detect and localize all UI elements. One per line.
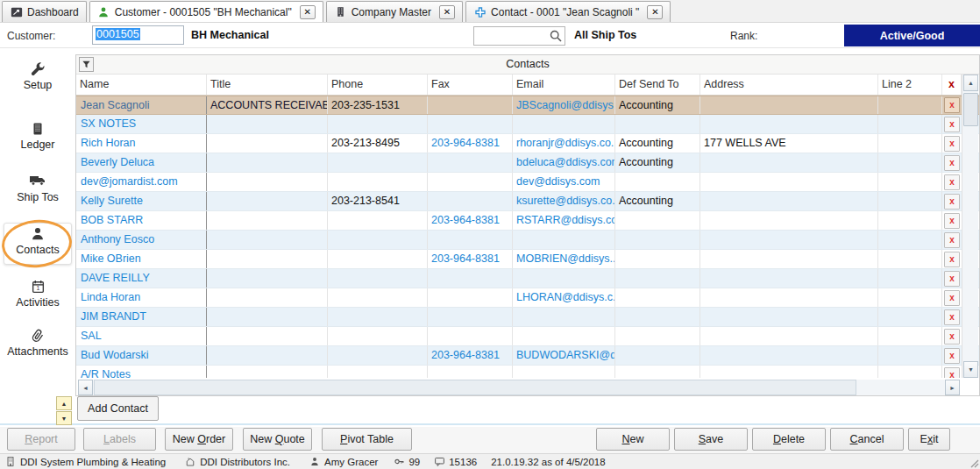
cell-title[interactable] [207, 269, 328, 288]
cell-line2[interactable] [878, 192, 942, 210]
cell-phone[interactable] [328, 288, 428, 307]
table-row[interactable]: Linda HoranLHORAN@ddisys.c...x [76, 288, 979, 308]
delete-row-button[interactable]: x [944, 155, 960, 171]
cell-name[interactable]: Anthony Eosco [76, 231, 207, 249]
table-row[interactable]: Anthony Eoscox [76, 231, 979, 250]
cell-phone[interactable] [328, 346, 428, 365]
cell-def_send_to[interactable] [615, 346, 700, 365]
cell-def_send_to[interactable]: Accounting [615, 153, 700, 172]
cell-fax[interactable]: 203-964-8381 [428, 211, 513, 230]
cell-address[interactable] [700, 211, 878, 230]
cell-line2[interactable] [878, 96, 942, 114]
cell-address[interactable] [700, 269, 878, 288]
cell-email[interactable]: JBScagnoli@ddisys.... [513, 96, 615, 114]
cell-name[interactable]: Beverly Deluca [76, 153, 207, 172]
cell-title[interactable] [207, 231, 328, 249]
cell-address[interactable]: 177 WELLS AVE [700, 134, 878, 153]
close-icon[interactable]: ✕ [647, 5, 663, 19]
column-header-fax[interactable]: Fax [428, 75, 513, 95]
cell-email[interactable]: MOBRIEN@ddisys.... [513, 250, 615, 268]
report-button[interactable]: Report [7, 428, 75, 451]
delete-row-button[interactable]: x [944, 309, 960, 325]
cell-name[interactable]: SX NOTES [76, 115, 207, 133]
sidebar-item-contacts[interactable]: Contacts [0, 226, 75, 256]
labels-button[interactable]: Labels [83, 428, 156, 451]
close-icon[interactable]: ✕ [439, 5, 455, 19]
cell-address[interactable] [700, 288, 878, 307]
table-row[interactable]: Jean ScagnoliACCOUNTS RECEIVABLE203-235-… [76, 96, 979, 115]
sidebar-item-ship-tos[interactable]: Ship Tos [0, 174, 75, 203]
table-row[interactable]: SALx [76, 327, 979, 346]
cell-phone[interactable] [328, 231, 428, 249]
column-header-line2[interactable]: Line 2 [878, 75, 942, 95]
cell-title[interactable] [207, 366, 328, 378]
scroll-left-icon[interactable]: ◄ [78, 380, 93, 395]
delete-row-button[interactable]: x [944, 213, 960, 229]
cell-line2[interactable] [878, 346, 942, 365]
cancel-button[interactable]: Cancel [830, 428, 904, 451]
cell-phone[interactable]: 203-213-8495 [328, 134, 428, 153]
delete-row-button[interactable]: x [944, 136, 960, 152]
delete-row-button[interactable]: x [944, 232, 960, 248]
cell-name[interactable]: Linda Horan [76, 288, 207, 307]
sidebar-item-attachments[interactable]: Attachments [0, 328, 75, 358]
tab-customer[interactable]: Customer - 0001505 "BH Mechanical" ✕ [89, 1, 323, 22]
vertical-scrollbar[interactable]: ▲ ▼ [962, 75, 978, 378]
vertical-scroll-thumb[interactable] [963, 93, 978, 126]
cell-phone[interactable] [328, 153, 428, 172]
cell-phone[interactable] [328, 308, 428, 326]
spinner-up-icon[interactable]: ▲ [56, 396, 72, 410]
cell-fax[interactable] [428, 308, 513, 326]
cell-address[interactable] [700, 173, 878, 191]
cell-address[interactable] [700, 115, 878, 133]
scroll-up-icon[interactable]: ▲ [963, 75, 978, 91]
cell-fax[interactable]: 203-964-8381 [428, 134, 513, 153]
cell-def_send_to[interactable]: Accounting [615, 96, 700, 114]
column-header-phone[interactable]: Phone [328, 75, 428, 95]
cell-line2[interactable] [878, 366, 942, 378]
add-contact-button[interactable]: Add Contact [77, 396, 159, 421]
cell-line2[interactable] [878, 134, 942, 153]
cell-name[interactable]: JIM BRANDT [76, 308, 207, 326]
resize-grip-icon[interactable] [969, 458, 979, 468]
delete-button[interactable]: Delete [752, 428, 826, 451]
cell-fax[interactable] [428, 192, 513, 210]
sidebar-item-setup[interactable]: Setup [0, 61, 75, 91]
tab-dashboard[interactable]: Dashboard [2, 1, 87, 22]
scroll-right-icon[interactable]: ► [945, 380, 960, 395]
table-row[interactable]: Rich Horan203-213-8495203-964-8381rhoran… [76, 134, 979, 153]
horizontal-scrollbar[interactable]: ◄ ► [78, 380, 960, 395]
table-row[interactable]: dev@jomardist.comdev@ddisys.comx [76, 173, 979, 192]
tab-company-master[interactable]: Company Master ✕ [326, 1, 463, 22]
cell-phone[interactable] [328, 269, 428, 288]
cell-address[interactable] [700, 327, 878, 345]
column-header-def-send-to[interactable]: Def Send To [615, 75, 700, 95]
cell-name[interactable]: Bud Wodarski [76, 346, 207, 365]
cell-name[interactable]: A/R Notes [76, 366, 207, 378]
cell-def_send_to[interactable] [615, 115, 700, 133]
cell-fax[interactable] [428, 269, 513, 288]
delete-row-button[interactable]: x [944, 252, 960, 267]
cell-email[interactable]: bdeluca@ddisys.com [513, 153, 615, 172]
delete-row-button[interactable]: x [944, 348, 960, 364]
table-row[interactable]: JIM BRANDTx [76, 308, 979, 327]
cell-def_send_to[interactable] [615, 250, 700, 268]
cell-title[interactable] [207, 134, 328, 153]
cell-email[interactable]: rhoranjr@ddisys.co.. [513, 134, 615, 153]
delete-row-button[interactable]: x [944, 97, 960, 113]
cell-def_send_to[interactable] [615, 366, 700, 378]
column-header-title[interactable]: Title [207, 75, 328, 95]
cell-title[interactable] [207, 308, 328, 326]
ship-tos-search-input[interactable] [476, 29, 546, 43]
table-row[interactable]: Mike OBrien203-964-8381MOBRIEN@ddisys...… [76, 250, 979, 269]
pivot-table-button[interactable]: Pivot Table [322, 428, 412, 451]
cell-def_send_to[interactable] [615, 288, 700, 307]
cell-line2[interactable] [878, 327, 942, 345]
cell-fax[interactable] [428, 327, 513, 345]
cell-address[interactable] [700, 153, 878, 172]
cell-email[interactable]: dev@ddisys.com [513, 173, 615, 191]
cell-def_send_to[interactable] [615, 173, 700, 191]
cell-email[interactable]: BUDWODARSKI@d... [513, 346, 615, 365]
save-button[interactable]: Save [674, 428, 748, 451]
cell-def_send_to[interactable] [615, 269, 700, 288]
